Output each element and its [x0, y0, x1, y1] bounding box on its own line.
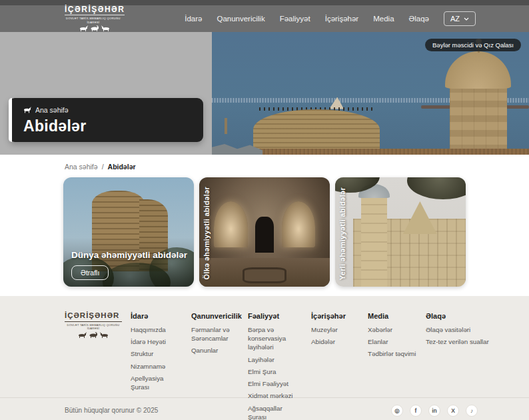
footer-link[interactable]: Layihələr	[248, 355, 302, 364]
hammam-photo	[199, 177, 330, 287]
footer-heading: İçərişəhər	[311, 312, 359, 320]
footer-link[interactable]: Nizamnamə	[131, 362, 183, 371]
footer-link[interactable]: Abidələr	[311, 337, 359, 346]
maiden-tower-top	[253, 109, 380, 155]
footer-link[interactable]: Elmi Fəaliyyət	[248, 379, 302, 388]
footer-link[interactable]: Muzeylər	[311, 325, 359, 334]
footer-heading: Əlaqə	[426, 312, 495, 320]
footer-link[interactable]: Fərmanlar və Sərəncamlar	[191, 325, 239, 343]
social-links: ◎ f in X ♪	[391, 405, 478, 417]
card-local-monuments[interactable]: Yerli əhəmiyyətli abidələr	[335, 177, 466, 287]
footer-heading: Qanunvericilik	[191, 312, 239, 320]
footer: İÇƏRİŞƏHƏR DÖVLƏT TARİX-MEMARLIQ QORUĞU …	[0, 296, 529, 397]
linkedin-icon[interactable]: in	[428, 405, 440, 417]
footer-col-fealiyyet: Fəaliyyət Bərpa və konservasiya layihələ…	[248, 312, 302, 397]
details-button[interactable]: Ətraflı	[71, 265, 109, 280]
footer-col-icherisheher: İçərişəhər Muzeylər Abidələr	[311, 312, 359, 397]
footer-link[interactable]: Bərpa və konservasiya layihələri	[248, 325, 302, 352]
footer-link[interactable]: Xəbərlər	[368, 325, 417, 334]
language-selector[interactable]: AZ	[444, 11, 476, 26]
breadcrumb-separator: /	[102, 163, 104, 171]
monument-cards: Dünya əhəmiyyətli abidələr Ətraflı Ölkə …	[63, 177, 466, 287]
breadcrumb-current: Abidələr	[108, 163, 136, 171]
breadcrumb: Ana səhifə / Abidələr	[65, 163, 529, 171]
panel-home-link[interactable]: Ana səhifə	[23, 106, 191, 114]
logo-animals-icon	[79, 25, 110, 32]
footer-link[interactable]: Ağsaqqallar Şurası	[248, 404, 302, 420]
card-world-monuments[interactable]: Dünya əhəmiyyətli abidələr Ətraflı	[63, 177, 194, 287]
nav-item-qanunvericilik[interactable]: Qanunvericilik	[217, 15, 264, 23]
footer-heading: Media	[368, 312, 417, 320]
footer-link[interactable]: Tədbirlər təqvimi	[368, 349, 417, 358]
page-title-panel: Ana səhifə Abidələr	[9, 98, 203, 142]
footer-link[interactable]: Tez-tez verilən suallar	[426, 337, 495, 346]
footer-logo-animals-icon	[78, 332, 109, 339]
main-nav: İdarə Qanunvericilik Fəaliyyət İçərişəhə…	[185, 11, 476, 26]
page-title: Abidələr	[23, 117, 191, 135]
copyright-text: Bütün hüquqlar qorunur © 2025	[65, 407, 158, 414]
footer-logo-subtitle: DÖVLƏT TARİX-MEMARLIQ QORUĞU İDARƏSİ	[65, 323, 122, 330]
breadcrumb-home[interactable]: Ana səhifə	[65, 163, 98, 171]
card-title: Ölkə əhəmiyyətli abidələr	[203, 187, 211, 280]
card-title: Dünya əhəmiyyətli abidələr	[71, 250, 187, 260]
footer-link[interactable]: Xidmət mərkəzi	[248, 391, 302, 400]
hero-stone-wall	[244, 149, 529, 155]
footer-link[interactable]: Apellyasiya Şurası	[131, 374, 183, 391]
chevron-down-icon	[464, 17, 469, 21]
footer-col-idare: İdarə Haqqımızda İdarə Heyəti Struktur N…	[131, 312, 183, 397]
footer-col-qanunvericilik: Qanunvericilik Fərmanlar və Sərəncamlar …	[191, 312, 239, 397]
nav-item-fealiyyet[interactable]: Fəaliyyət	[280, 15, 310, 23]
hero-spire	[225, 118, 227, 134]
footer-link[interactable]: İdarə Heyəti	[131, 337, 183, 346]
footer-link[interactable]: Haqqımızda	[131, 325, 183, 334]
footer-logo[interactable]: İÇƏRİŞƏHƏR DÖVLƏT TARİX-MEMARLIQ QORUĞU …	[65, 312, 122, 397]
hero-caption-badge: Bəylər məscidi və Qız Qalası	[425, 39, 521, 51]
footer-link[interactable]: Qanunlar	[191, 346, 239, 355]
gazelle-icon	[23, 107, 31, 113]
footer-heading: İdarə	[131, 312, 183, 320]
nav-item-icherisheher[interactable]: İçərişəhər	[325, 15, 359, 23]
nav-item-media[interactable]: Media	[373, 15, 394, 23]
footer-col-media: Media Xəbərlər Elanlar Tədbirlər təqvimi	[368, 312, 417, 397]
footer-link[interactable]: Əlaqə vasitələri	[426, 325, 495, 334]
footer-heading: Fəaliyyət	[248, 312, 302, 320]
card-national-monuments[interactable]: Ölkə əhəmiyyətli abidələr	[199, 177, 330, 287]
logo-title: İÇƏRİŞƏHƏR	[65, 5, 125, 15]
mosque-minaret	[450, 86, 507, 155]
panel-home-label: Ana səhifə	[35, 106, 69, 114]
main-content: Ana səhifə / Abidələr Dünya əhəmiyyətli …	[0, 155, 529, 296]
facebook-icon[interactable]: f	[410, 405, 422, 417]
language-value: AZ	[450, 15, 460, 23]
minaret-dome	[445, 51, 511, 88]
footer-link[interactable]: Elmi Şura	[248, 367, 302, 376]
nav-item-idare[interactable]: İdarə	[185, 15, 202, 23]
card-title: Yerli əhəmiyyətli abidələr	[338, 187, 346, 280]
hero-section: Bəylər məscidi və Qız Qalası Ana səhifə …	[0, 32, 529, 155]
footer-link[interactable]: Elanlar	[368, 337, 417, 346]
logo-subtitle: DÖVLƏT TARİX-MEMARLIQ QORUĞU İDARƏSİ	[65, 17, 122, 23]
footer-col-elaqe: Əlaqə Əlaqə vasitələri Tez-tez verilən s…	[426, 312, 495, 397]
tiktok-icon[interactable]: ♪	[466, 405, 478, 417]
instagram-icon[interactable]: ◎	[391, 405, 403, 417]
site-header: İÇƏRİŞƏHƏR DÖVLƏT TARİX-MEMARLIQ QORUĞU …	[0, 5, 529, 32]
footer-logo-title: İÇƏRİŞƏHƏR	[65, 312, 122, 322]
footer-link[interactable]: Struktur	[131, 349, 183, 358]
x-icon[interactable]: X	[447, 405, 459, 417]
nav-item-elaqe[interactable]: Əlaqə	[409, 15, 429, 23]
palace-photo	[335, 177, 466, 287]
site-logo[interactable]: İÇƏRİŞƏHƏR DÖVLƏT TARİX-MEMARLIQ QORUĞU …	[65, 5, 125, 31]
